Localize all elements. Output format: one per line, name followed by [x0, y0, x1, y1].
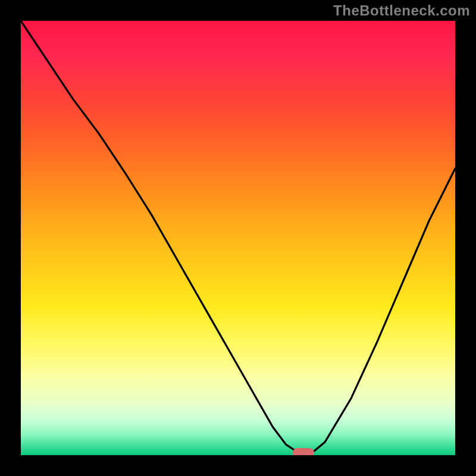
- watermark-text: TheBottleneck.com: [333, 2, 470, 19]
- chart-frame: TheBottleneck.com: [0, 0, 476, 476]
- bottleneck-curve: [21, 21, 455, 455]
- optimum-marker: [293, 448, 314, 455]
- plot-area: [21, 21, 455, 455]
